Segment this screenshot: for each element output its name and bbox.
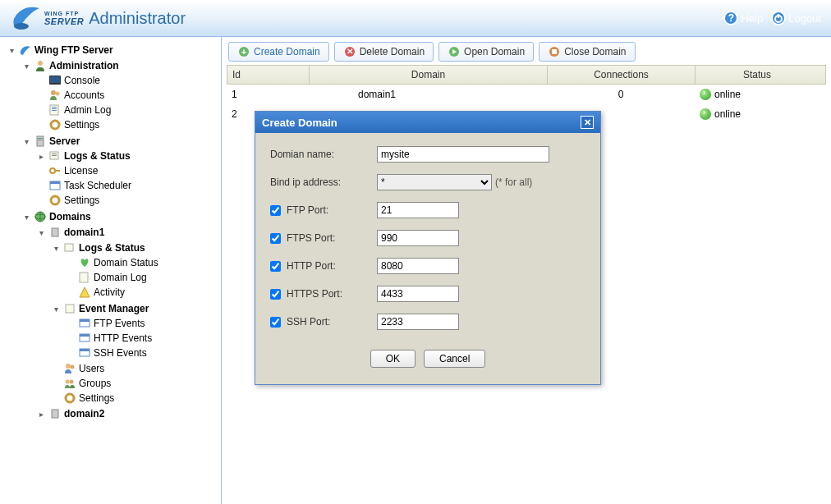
online-icon [700,108,711,120]
window-icon [78,332,91,345]
accounts-label: Accounts [64,89,104,101]
activity-label: Activity [94,286,125,298]
tree-event-manager[interactable]: ▾Event Manager [51,301,219,316]
https-port-input[interactable] [377,286,459,302]
activity-icon [78,286,91,299]
tree-adminlog[interactable]: Admin Log [36,103,219,117]
tree-activity[interactable]: Activity [66,285,219,300]
svg-rect-15 [38,138,43,139]
close-domain-button[interactable]: Close Domain [539,42,635,62]
tree-domain-settings[interactable]: Settings [51,391,219,405]
page-title: Administrator [89,9,186,28]
http-port-input[interactable] [377,258,459,274]
svg-point-13 [53,123,57,126]
help-icon: ? [723,11,738,25]
collapse-icon[interactable]: ▾ [21,61,31,71]
status-text: online [714,108,741,120]
tree-logs-status[interactable]: ▸Logs & Status [36,149,219,163]
ssh-port-checkbox[interactable] [270,317,281,328]
cancel-button[interactable]: Cancel [424,350,485,368]
col-connections-header[interactable]: Connections [548,66,696,84]
create-domain-dialog: Create Domain ✕ Domian name: Bind ip add… [255,111,601,385]
tree-accounts[interactable]: Accounts [36,88,219,103]
window-icon [78,346,91,360]
collapse-icon[interactable]: ▾ [21,212,31,222]
collapse-icon[interactable]: ▾ [7,45,16,55]
create-domain-button[interactable]: +Create Domain [228,42,329,62]
tree-http-events[interactable]: HTTP Events [66,331,219,346]
server-settings-label: Settings [64,195,99,206]
collapse-icon[interactable]: ▾ [36,227,46,237]
ssh-port-input[interactable] [377,314,459,330]
https-port-checkbox[interactable] [270,289,281,300]
collapse-icon[interactable]: ▾ [21,136,31,146]
ok-button[interactable]: OK [370,350,416,368]
domain-name-label: Domian name: [270,149,377,160]
tree-domain2[interactable]: ▸domain2 [36,406,219,421]
svg-point-41 [66,380,70,384]
tree-console[interactable]: Console [36,73,219,88]
col-domain-header[interactable]: Domain [310,66,548,84]
dialog-close-button[interactable]: ✕ [581,116,594,129]
help-link[interactable]: ? Help [723,11,763,25]
collapse-icon[interactable]: ▾ [51,304,61,314]
svg-rect-9 [52,107,57,108]
users-icon [63,362,76,375]
ssh-port-label: SSH Port: [287,316,330,328]
tree-server[interactable]: ▾ Server [21,134,219,149]
ssh-events-label: SSH Events [94,347,147,359]
console-label: Console [64,75,100,86]
http-port-checkbox[interactable] [270,261,281,272]
dialog-titlebar[interactable]: Create Domain ✕ [255,112,600,133]
tree-groups[interactable]: Groups [51,376,219,391]
tree-settings[interactable]: Settings [36,117,219,132]
svg-point-7 [56,92,60,96]
ftp-port-label: FTP Port: [287,204,328,216]
tree-domain-status[interactable]: Domain Status [66,255,219,270]
delete-domain-label: Delete Domain [360,46,425,57]
collapse-icon[interactable]: ▾ [51,243,61,253]
domain-settings-label: Settings [79,392,114,404]
logo: WING FTP SERVER Administrator [10,3,186,33]
open-domain-label: Open Domain [464,46,525,57]
tree-domain1[interactable]: ▾ domain1 [36,225,219,240]
table-row[interactable]: 1 domain1 0 online [227,85,826,104]
svg-text:✕: ✕ [347,47,353,56]
tree-administration[interactable]: ▾ Administration [21,58,219,73]
event-icon [63,302,76,315]
delete-domain-button[interactable]: ✕Delete Domain [334,42,434,62]
tree-users[interactable]: Users [51,361,219,376]
tree-ftp-events[interactable]: FTP Events [66,316,219,331]
ftps-port-input[interactable] [377,230,459,246]
expand-icon[interactable]: ▸ [36,409,46,419]
tree-domain-logs-status[interactable]: ▾Logs & Status [51,241,219,255]
ftps-port-checkbox[interactable] [270,233,281,244]
svg-point-44 [68,396,71,400]
tree-ssh-events[interactable]: SSH Events [66,346,219,360]
sidebar: ▾ Wing FTP Server ▾ Administration Conso… [0,37,222,504]
tree-root[interactable]: ▾ Wing FTP Server [7,43,219,57]
col-id-header[interactable]: Id [227,66,310,84]
license-label: License [64,165,98,176]
col-status-header[interactable]: Status [696,66,819,84]
tree-server-settings[interactable]: Settings [36,193,219,208]
status-text: online [714,89,741,100]
logo-server-text: SERVER [44,16,84,26]
content: +Create Domain ✕Delete Domain Open Domai… [222,37,831,504]
ftp-port-checkbox[interactable] [270,205,281,216]
expand-icon[interactable]: ▸ [36,151,46,161]
tree-domains[interactable]: ▾ Domains [21,209,219,224]
ftp-port-input[interactable] [377,202,459,218]
event-manager-label: Event Manager [79,303,149,314]
help-label: Help [741,12,763,25]
svg-rect-52 [552,49,557,54]
svg-rect-29 [52,228,58,236]
tree-license[interactable]: License [36,163,219,178]
logout-link[interactable]: Logout [771,11,821,25]
open-domain-button[interactable]: Open Domain [438,42,534,62]
domain-name-input[interactable] [377,146,549,163]
cell-connections: 0 [547,85,695,104]
bind-ip-select[interactable]: * [377,174,492,190]
tree-task-scheduler[interactable]: Task Scheduler [36,178,219,193]
tree-domain-log[interactable]: Domain Log [66,270,219,285]
